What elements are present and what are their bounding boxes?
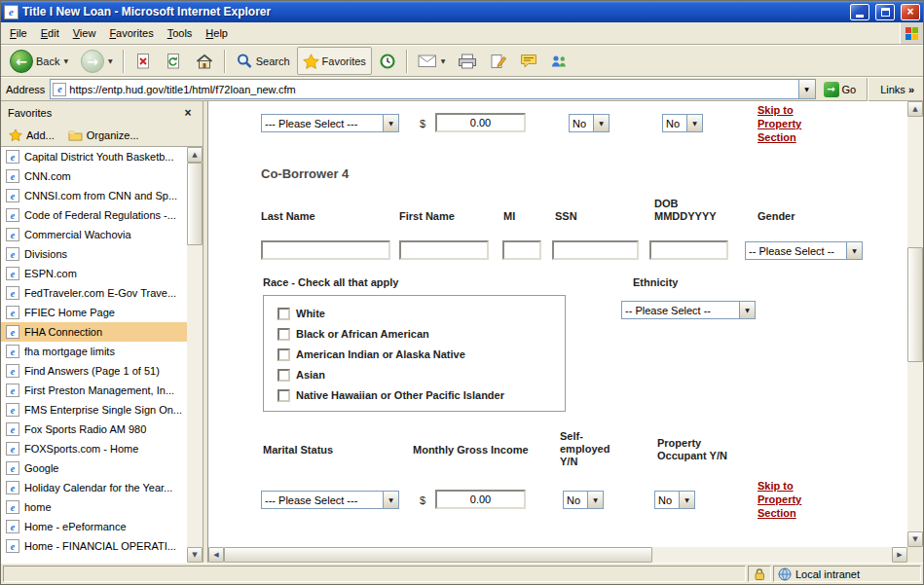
add-favorite-star-icon [9,128,22,142]
home-button[interactable] [189,47,220,75]
dropdown-arrow-icon: ▼ [383,115,398,131]
horizontal-scrollbar[interactable]: ◀ ▶ [208,547,907,563]
scroll-left-button[interactable]: ◀ [208,547,224,563]
mi-input[interactable] [502,240,541,260]
mail-dropdown-icon[interactable]: ▼ [441,57,446,64]
maximize-button[interactable] [875,4,895,20]
back-dropdown-icon[interactable]: ▼ [63,57,68,64]
self-employed-select[interactable]: No ▼ [563,491,604,509]
favorite-item[interactable]: eCapital District Youth Basketb... [1,147,187,166]
minimize-button[interactable] [850,4,869,20]
close-button[interactable]: × [901,4,920,20]
favorite-item[interactable]: eHome - ePeformance [1,517,187,536]
first-name-input[interactable] [399,240,489,260]
stop-button[interactable] [129,47,158,75]
favorite-item[interactable]: eFFIEC Home Page [1,303,187,322]
favorite-item[interactable]: eFMS Enterprise Single Sign On... [1,400,187,420]
links-chevron-icon[interactable]: » [908,84,914,95]
scroll-down-button[interactable]: ▼ [187,547,203,563]
favorites-close-button[interactable]: × [180,106,196,121]
skip-to-property-section-link[interactable]: Skip to Property Section [758,479,801,520]
forward-button[interactable]: → ▼ [75,47,119,75]
ethnicity-select[interactable]: -- Please Select -- ▼ [621,301,756,319]
favorite-item[interactable]: eFOXSports.com - Home [1,439,187,458]
monthly-gross-income-input[interactable] [435,490,526,509]
favorite-item[interactable]: eCode of Federal Regulations -... [1,205,187,225]
scroll-right-button[interactable]: ▶ [892,547,907,563]
mail-button[interactable]: ▼ [412,47,452,75]
menu-favorites[interactable]: Favorites [102,23,160,43]
refresh-button[interactable] [159,47,188,75]
scroll-thumb[interactable] [187,163,203,245]
menu-file[interactable]: File [3,23,34,43]
race-american-indian-checkbox[interactable] [277,348,290,361]
organize-favorites-button[interactable]: Organize... [68,129,139,141]
favorite-item[interactable]: eHome - FINANCIAL OPERATI... [1,536,187,556]
race-asian-checkbox[interactable] [277,369,290,382]
race-american-indian-label: American Indian or Alaska Native [296,348,465,360]
history-button[interactable] [373,47,402,75]
top-marital-status-select[interactable]: --- Please Select --- ▼ [261,114,399,132]
menu-edit[interactable]: Edit [34,23,66,43]
back-button[interactable]: ← Back ▼ [4,47,74,75]
race-native-hawaiian-checkbox[interactable] [277,389,290,402]
favorite-item[interactable]: ehome [1,497,187,517]
property-occupant-select[interactable]: No ▼ [654,491,695,509]
top-property-occupant-select[interactable]: No ▼ [662,114,703,132]
favorite-item[interactable]: eHoliday Calendar for the Year... [1,478,187,497]
favorites-scrollbar[interactable]: ▲ ▼ [187,147,203,563]
scroll-thumb[interactable] [907,247,923,362]
currency-symbol: $ [420,494,425,506]
scroll-thumb[interactable] [224,547,652,563]
discuss-button[interactable] [514,47,543,75]
favorites-label: Favorites [322,55,366,67]
marital-status-select[interactable]: --- Please Select --- ▼ [261,491,399,509]
top-monthly-gross-income-input[interactable] [435,113,526,132]
menu-help[interactable]: Help [199,23,235,43]
favorites-button[interactable]: Favorites [297,47,372,75]
favorites-panel-title: Favorites [8,107,52,119]
go-button[interactable]: → Go [821,82,860,97]
favorite-item[interactable]: eFirst Preston Management, In... [1,381,187,400]
vertical-scrollbar[interactable]: ▲ ▼ [907,101,923,547]
favorite-item[interactable]: eCNNSI.com from CNN and Sp... [1,186,187,205]
ie-favicon: e [6,461,19,475]
address-dropdown-button[interactable]: ▼ [798,80,815,98]
security-zone-label: Local intranet [795,568,860,580]
favorite-item[interactable]: eFox Sports Radio AM 980 [1,420,187,439]
title-bar[interactable]: e Title I New Loan - Microsoft Internet … [1,1,923,22]
self-employed-label: Self- employed Y/N [560,430,610,468]
scroll-up-button[interactable]: ▲ [187,147,203,163]
favorite-item[interactable]: eFedTraveler.com E-Gov Trave... [1,283,187,303]
favorite-item[interactable]: eFind Answers (Page 1 of 51) [1,361,187,381]
favorite-item[interactable]: eDivisions [1,244,187,264]
top-self-employed-select[interactable]: No ▼ [569,114,610,132]
print-button[interactable] [452,47,483,75]
ssn-input[interactable] [552,240,639,260]
favorite-item[interactable]: eCommercial Wachovia [1,225,187,244]
add-favorite-button[interactable]: Add... [9,128,55,142]
favorite-item[interactable]: eGoogle [1,458,187,478]
scroll-up-button[interactable]: ▲ [907,101,923,117]
dob-input[interactable] [649,240,728,260]
search-button[interactable]: Search [230,47,296,75]
favorites-list: eCapital District Youth Basketb... eCNN.… [1,147,203,563]
favorite-item[interactable]: eESPN.com [1,264,187,283]
forward-dropdown-icon[interactable]: ▼ [108,57,113,64]
edit-button[interactable] [484,47,513,75]
favorite-item-selected[interactable]: eFHA Connection [1,322,187,342]
messenger-button[interactable] [544,47,573,75]
favorite-item[interactable]: eCNN.com [1,166,187,186]
address-input[interactable]: e https://entp.hud.gov/title1/html/f72lo… [50,79,815,99]
race-white-checkbox[interactable] [277,308,290,320]
scroll-down-button[interactable]: ▼ [907,531,923,547]
menu-tools[interactable]: Tools [161,23,200,43]
skip-to-property-section-link[interactable]: Skip to Property Section [758,103,801,144]
favorite-item[interactable]: efha mortgage limits [1,342,187,361]
menu-view[interactable]: View [66,23,103,43]
gender-select[interactable]: -- Please Select -- ▼ [745,241,863,260]
race-black-checkbox[interactable] [277,328,290,341]
currency-symbol: $ [420,118,425,129]
links-toolbar[interactable]: Links » [876,84,918,95]
last-name-input[interactable] [261,240,390,260]
